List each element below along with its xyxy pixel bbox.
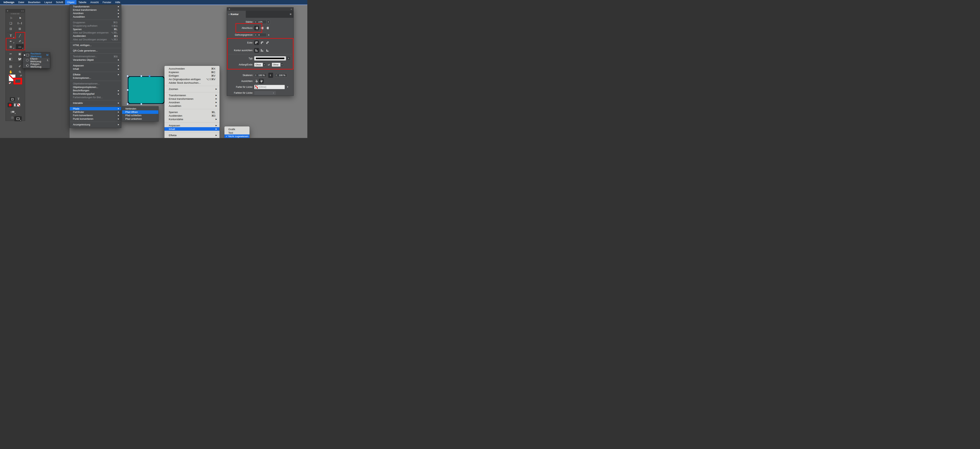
- normal-view-mode-button[interactable]: [14, 116, 22, 121]
- swap-ends-icon[interactable]: ⇄: [268, 63, 270, 66]
- cap-round-button[interactable]: [260, 25, 264, 30]
- menu-item-gruppierung-aufheben[interactable]: Gruppierung aufheben ⇧⌘G: [70, 24, 121, 27]
- skalieren-x-field[interactable]: 100 %: [257, 73, 267, 77]
- ctx-item-an-originalposition[interactable]: An Originalposition einfügen ⌥⇧⌘V: [164, 77, 220, 81]
- panel-grip[interactable]: [6, 13, 25, 15]
- menu-item-auswaehlen[interactable]: Auswählen ▶: [70, 15, 121, 18]
- tab-kontur[interactable]: ▲▼ Kontur: [227, 11, 246, 18]
- content-collector-tool[interactable]: ⊟: [6, 26, 15, 31]
- selection-tool[interactable]: ▶: [15, 15, 24, 21]
- menu-item-beschriftungen[interactable]: Beschriftungen ▶: [70, 89, 121, 92]
- submenu-item-verbinden[interactable]: Verbinden: [122, 107, 158, 110]
- ende-dropdown-chevron[interactable]: ▼: [280, 63, 283, 67]
- cap-butt-button[interactable]: [254, 25, 259, 30]
- menu-item-alles-anzeigen[interactable]: Alles auf Druckbogen anzeigen ⌥⌘3: [70, 38, 121, 41]
- menu-item[interactable]: [70, 105, 121, 107]
- menu-item-transformieren[interactable]: Transformieren ▶: [70, 5, 121, 8]
- align-arrow-end-button[interactable]: [259, 79, 264, 83]
- ctx-item-zoomen[interactable]: Zoomen ▶: [164, 87, 220, 91]
- menu-item[interactable]: [70, 19, 121, 21]
- zoom-tool[interactable]: ⚲: [15, 69, 24, 75]
- hand-tool[interactable]: ✋: [6, 69, 15, 75]
- view-options-icon[interactable]: [11, 110, 14, 113]
- ctx-item-adobe-stock[interactable]: Adobe Stock durchsuchen...: [164, 81, 220, 84]
- staerke-stepper[interactable]: ▲▼: [254, 20, 257, 24]
- submenu-item-grafik[interactable]: Grafik: [224, 127, 250, 131]
- selection-handle-bottom-mid[interactable]: [140, 103, 142, 105]
- type-tool[interactable]: T: [6, 33, 15, 38]
- formatting-affects-container-button[interactable]: [10, 97, 15, 101]
- context-menu-item[interactable]: [164, 131, 220, 134]
- submenu-item-pfad-umkehren[interactable]: Pfad umkehren: [122, 117, 158, 121]
- ctx-item-inhalt[interactable]: Inhalt ▶: [164, 127, 220, 131]
- line-tool[interactable]: ╱: [15, 33, 24, 38]
- skalieren-y-field[interactable]: 100 %: [278, 73, 287, 77]
- menu-item-erneut-transformieren[interactable]: Erneut transformieren ▶: [70, 8, 121, 11]
- scissors-tool[interactable]: ✂: [6, 51, 15, 56]
- close-icon[interactable]: ✕: [7, 10, 8, 12]
- staerke-field[interactable]: 3 Pt: [257, 20, 267, 24]
- menu-item-objektebenenoptionen[interactable]: Objektebenenoptionen...: [70, 82, 121, 86]
- menu-item[interactable]: [70, 80, 121, 82]
- menu-item[interactable]: [70, 99, 121, 101]
- menu-item-interaktiv[interactable]: Interaktiv ▶: [70, 101, 121, 105]
- menu-item-pfade[interactable]: Pfade ▶: [70, 107, 121, 110]
- context-menu-item[interactable]: [164, 91, 220, 94]
- stroke-type-field[interactable]: [254, 56, 286, 61]
- gehrungsgrenze-stepper[interactable]: ▲▼: [254, 33, 257, 37]
- context-menu-item[interactable]: [164, 84, 220, 87]
- anfang-dropdown-chevron[interactable]: ▼: [263, 63, 266, 67]
- menu-hilfe[interactable]: Hilfe: [113, 0, 122, 5]
- gap-color-dropdown[interactable]: [Ohne]: [254, 85, 285, 89]
- menu-item[interactable]: [70, 53, 121, 55]
- menu-item-anzeigeleistung[interactable]: Anzeigeleistung ▶: [70, 123, 121, 126]
- tool-button[interactable]: [6, 62, 24, 64]
- submenu-item-pfad-oeffnen[interactable]: Pfad öffnen: [122, 110, 158, 114]
- context-menu-item[interactable]: [164, 121, 220, 124]
- apply-color-button[interactable]: [8, 103, 13, 107]
- link-scale-button[interactable]: ∞: [268, 73, 273, 78]
- default-fill-stroke-icon[interactable]: [9, 82, 12, 85]
- menu-item-alles-entsperren[interactable]: Alles auf Druckbogen entsperren ⌥⌘L: [70, 31, 121, 34]
- selection-handle-left-mid[interactable]: [127, 89, 128, 91]
- tool-button[interactable]: [6, 31, 24, 33]
- align-arrow-start-button[interactable]: [254, 79, 259, 83]
- menu-item-verankertes-objekt[interactable]: Verankertes Objekt ▶: [70, 58, 121, 62]
- menu-item-form-konvertieren[interactable]: Form konvertieren ▶: [70, 114, 121, 117]
- collapse-icon[interactable]: « «: [21, 10, 24, 12]
- content-placer-tool[interactable]: ⊞: [15, 26, 24, 31]
- align-stroke-inside-button[interactable]: [260, 48, 264, 53]
- flyout-item-polygon-werkzeug[interactable]: Polygon-Werkzeug: [23, 63, 50, 68]
- menu-item-beschneidungspfad[interactable]: Beschneidungspfad ▶: [70, 92, 121, 96]
- flyout-item-ellipse-werkzeug[interactable]: Ellipse-Werkzeug L: [23, 58, 50, 63]
- menu-item-ausblenden[interactable]: Ausblenden ⌘3: [70, 35, 121, 38]
- menu-item-inhalt[interactable]: Inhalt ▶: [70, 67, 121, 70]
- selection-handle-bottom-left[interactable]: [127, 103, 128, 105]
- menu-item-gruppieren[interactable]: Gruppieren ⌘G: [70, 21, 121, 24]
- pen-tool[interactable]: ✒: [6, 38, 15, 44]
- menu-item[interactable]: [70, 62, 121, 64]
- context-menu-item[interactable]: [164, 108, 220, 110]
- menu-indesign[interactable]: InDesign: [2, 0, 16, 5]
- submenu-item-pfad-schliessen[interactable]: Pfad schließen: [122, 114, 158, 117]
- menu-item-sperren[interactable]: Sperren ⌘L: [70, 28, 121, 31]
- menu-item-html-einfuegen[interactable]: HTML einfügen...: [70, 43, 121, 47]
- apply-gradient-button[interactable]: [14, 103, 17, 107]
- menu-ansicht[interactable]: Ansicht: [88, 0, 101, 5]
- menu-item-effekte[interactable]: Effekte ▶: [70, 73, 121, 76]
- gradient-tool[interactable]: [6, 56, 15, 62]
- menu-item[interactable]: [70, 47, 121, 49]
- skalieren-x-stepper[interactable]: ▲▼: [254, 73, 257, 77]
- cap-projecting-button[interactable]: [265, 25, 270, 30]
- apply-none-button[interactable]: [17, 103, 20, 107]
- panel-menu-icon[interactable]: ≡: [290, 12, 291, 16]
- note-tool[interactable]: ▤: [6, 64, 15, 69]
- selection-handle-selected-anchor[interactable]: [149, 75, 150, 77]
- submenu-item-text[interactable]: Text: [224, 131, 250, 134]
- menu-item-objektexportoptionen[interactable]: Objektexportoptionen...: [70, 86, 121, 89]
- direct-selection-tool[interactable]: ▷: [6, 15, 15, 21]
- ctx-item-kopieren[interactable]: Kopieren ⌘C: [164, 70, 220, 74]
- staerke-dropdown[interactable]: ▼: [267, 20, 270, 24]
- menu-bearbeiten[interactable]: Bearbeiten: [26, 0, 42, 5]
- align-stroke-outside-button[interactable]: [265, 48, 270, 53]
